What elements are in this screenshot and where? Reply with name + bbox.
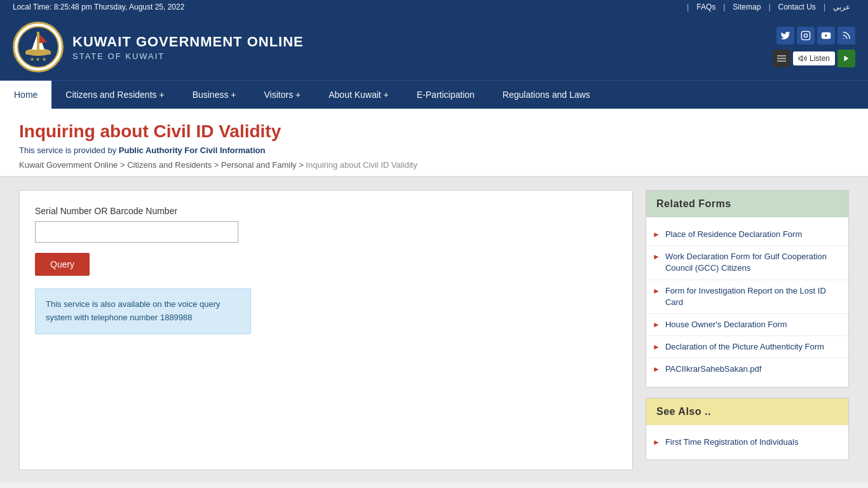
nav-item-eparticipation[interactable]: E-Participation [403,81,489,109]
svg-rect-14 [777,61,786,62]
main-content: Serial Number OR Barcode Number Query Th… [0,177,868,483]
local-time: Local Time: 8:25:48 pm Thursday, August … [13,3,184,11]
top-bar-links: | FAQs | Sitemap | Contact Us | عربي [684,3,855,11]
form-area: Serial Number OR Barcode Number Query Th… [19,190,633,470]
related-form-link-4[interactable]: House Owner's Declaration Form [665,319,787,330]
related-form-item: ► PACIIkrarSahebSakan.pdf [646,358,848,380]
svg-rect-12 [777,55,786,56]
nav-link-business[interactable]: Business + [179,81,250,109]
svg-rect-5 [25,52,51,55]
listen-label: Listen [810,54,830,63]
related-forms-title: Related Forms [646,191,848,217]
related-form-item: ► Declaration of the Picture Authenticit… [646,336,848,358]
nav-list: Home Citizens and Residents + Business +… [0,81,868,109]
arrow-icon: ► [653,438,660,447]
logo-svg: ★ ★ ★ [17,25,60,69]
contact-link[interactable]: Contact Us [773,3,821,11]
nav-item-visitors[interactable]: Visitors + [250,81,315,109]
site-title-area: KUWAIT GOVERNMENT ONLINE STATE OF KUWAIT [72,34,304,61]
youtube-icon[interactable] [817,27,835,44]
svg-point-11 [843,38,844,39]
arrow-icon: ► [653,230,660,239]
svg-rect-13 [777,58,786,58]
see-also-item: ► First Time Registration of Individuals [646,431,848,453]
see-also-title: See Also .. [646,398,848,425]
breadcrumb: Kuwait Government Online > Citizens and … [19,160,849,170]
info-box: This service is also available on the vo… [35,288,251,334]
breadcrumb-home[interactable]: Kuwait Government Online [19,160,118,170]
serial-number-input[interactable] [35,221,238,243]
nav-link-visitors[interactable]: Visitors + [250,81,315,109]
separator: | [684,3,691,11]
instagram-icon[interactable] [797,27,815,44]
svg-rect-3 [37,32,39,50]
nav-link-regulations[interactable]: Regulations and Laws [489,81,604,109]
nav-item-citizens[interactable]: Citizens and Residents + [51,81,178,109]
nav-item-regulations[interactable]: Regulations and Laws [489,81,604,109]
arrow-icon: ► [653,287,660,295]
svg-point-9 [808,33,808,34]
play-button[interactable] [837,50,855,67]
svg-marker-16 [844,56,849,62]
nav-item-business[interactable]: Business + [179,81,250,109]
header-right: Listen [773,27,855,67]
page-title: Inquiring about Civil ID Validity [19,121,849,142]
related-form-item: ► Form for Investigation Report on the L… [646,280,848,314]
see-also-list: ► First Time Registration of Individuals [646,425,848,459]
svg-rect-7 [801,31,810,39]
twitter-icon[interactable] [776,27,794,44]
related-form-link-2[interactable]: Work Declaration Form for Gulf Cooperati… [665,251,838,274]
separator: | [766,3,773,11]
main-nav: Home Citizens and Residents + Business +… [0,80,868,109]
menu-icon-button[interactable] [773,50,790,67]
sidebar: Related Forms ► Place of Residence Decla… [646,190,849,470]
page-header: Inquiring about Civil ID Validity This s… [0,109,868,177]
svg-marker-15 [799,56,802,61]
svg-text:★ ★ ★: ★ ★ ★ [30,57,46,62]
see-also-link-1[interactable]: First Time Registration of Individuals [665,437,799,448]
sub-title: STATE OF KUWAIT [72,51,304,61]
main-title: KUWAIT GOVERNMENT ONLINE [72,34,304,50]
nav-item-home[interactable]: Home [0,81,51,109]
service-provider-link[interactable]: Public Authority For Civil Information [119,146,266,155]
logo-area: ★ ★ ★ KUWAIT GOVERNMENT ONLINE STATE OF … [13,22,304,72]
breadcrumb-current: Inquiring about Civil ID Validity [306,160,417,170]
svg-point-8 [804,34,807,37]
see-also-section: See Also .. ► First Time Registration of… [646,398,849,460]
site-header: ★ ★ ★ KUWAIT GOVERNMENT ONLINE STATE OF … [0,14,868,80]
form-label: Serial Number OR Barcode Number [35,206,617,216]
related-form-link-6[interactable]: PACIIkrarSahebSakan.pdf [665,363,762,375]
listen-bar: Listen [773,50,855,67]
related-form-item: ► House Owner's Declaration Form [646,314,848,336]
arrow-icon: ► [653,320,660,329]
service-provider-text: This service is provided by Public Autho… [19,146,849,155]
faqs-link[interactable]: FAQs [691,3,721,11]
arabic-link[interactable]: عربي [828,3,855,11]
related-form-link-3[interactable]: Form for Investigation Report on the Los… [665,285,838,308]
related-form-item: ► Place of Residence Declaration Form [646,224,848,246]
arrow-icon: ► [653,365,660,374]
related-form-link-5[interactable]: Declaration of the Picture Authenticity … [665,341,824,353]
nav-link-citizens[interactable]: Citizens and Residents + [51,81,178,109]
separator: | [821,3,828,11]
listen-button[interactable]: Listen [793,51,835,65]
social-icons [776,27,855,44]
related-forms-list: ► Place of Residence Declaration Form ► … [646,217,848,387]
separator: | [721,3,728,11]
logo: ★ ★ ★ [13,22,64,72]
related-form-item: ► Work Declaration Form for Gulf Coopera… [646,246,848,280]
rss-icon[interactable] [837,27,855,44]
sitemap-link[interactable]: Sitemap [728,3,766,11]
nav-link-about[interactable]: About Kuwait + [315,81,403,109]
related-form-link-1[interactable]: Place of Residence Declaration Form [665,229,802,240]
info-text: This service is also available on the vo… [46,299,220,322]
nav-item-about[interactable]: About Kuwait + [315,81,403,109]
related-forms-section: Related Forms ► Place of Residence Decla… [646,190,849,388]
breadcrumb-personal[interactable]: Personal and Family [221,160,297,170]
arrow-icon: ► [653,252,660,261]
arrow-icon: ► [653,342,660,351]
breadcrumb-citizens[interactable]: Citizens and Residents [127,160,212,170]
nav-link-eparticipation[interactable]: E-Participation [403,81,489,109]
nav-link-home[interactable]: Home [0,81,51,109]
query-button[interactable]: Query [35,253,90,276]
